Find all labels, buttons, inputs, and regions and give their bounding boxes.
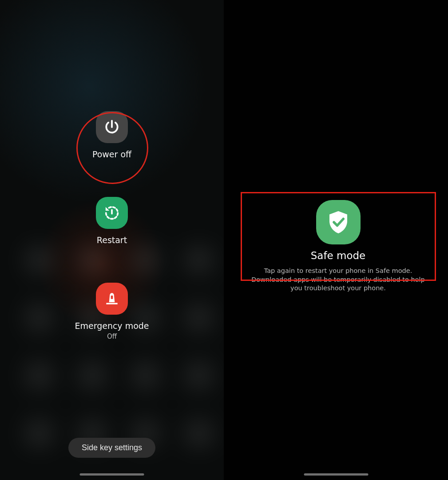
- power-menu-column: Power off Restart Emergency mode: [0, 111, 224, 340]
- gesture-nav-bar[interactable]: [80, 473, 144, 476]
- restart-label: Restart: [97, 235, 127, 245]
- safe-mode-confirm-screen: Safe mode Tap again to restart your phon…: [224, 0, 448, 480]
- emergency-mode-button[interactable]: Emergency mode Off: [75, 283, 149, 340]
- emergency-icon: [96, 283, 128, 315]
- safe-mode-button[interactable]: Safe mode Tap again to restart your phon…: [241, 192, 436, 302]
- svg-rect-0: [111, 296, 113, 299]
- restart-button[interactable]: Restart: [96, 197, 128, 245]
- side-key-settings-button[interactable]: Side key settings: [68, 438, 155, 458]
- safe-mode-description: Tap again to restart your phone in Safe …: [248, 267, 428, 293]
- restart-icon: [96, 197, 128, 229]
- emergency-state: Off: [107, 332, 117, 340]
- power-icon: [96, 111, 128, 143]
- shield-check-icon: [316, 200, 361, 244]
- safe-mode-title: Safe mode: [311, 250, 365, 261]
- power-menu-screen: Power off Restart Emergency mode: [0, 0, 224, 480]
- gesture-nav-bar[interactable]: [304, 473, 368, 476]
- power-off-button[interactable]: Power off: [92, 111, 131, 159]
- power-off-label: Power off: [92, 149, 131, 159]
- emergency-label: Emergency mode: [75, 321, 149, 331]
